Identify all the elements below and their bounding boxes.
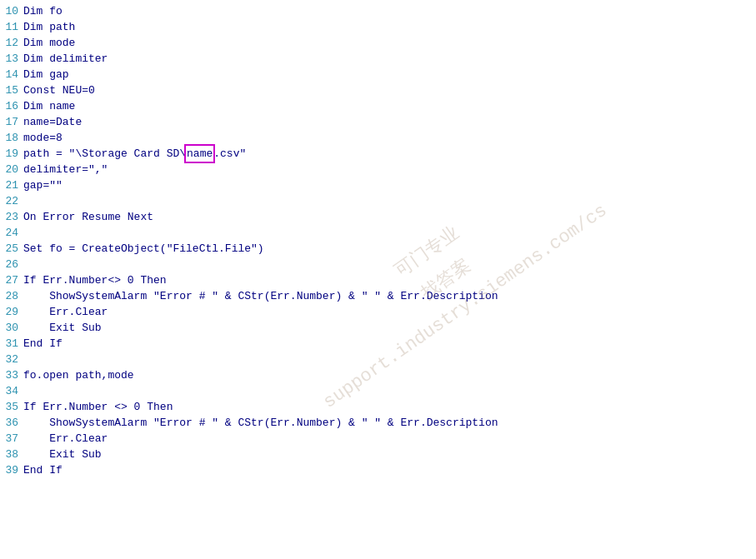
line-content: ShowSystemAlarm "Error # " & CStr(Err.Nu… [23, 288, 756, 304]
line-number: 30 [0, 320, 23, 336]
code-line: 15Const NEU=0 [0, 82, 756, 98]
line-content: Dim fo [23, 3, 756, 19]
line-content: name=Date [23, 114, 756, 130]
line-content: Dim delimiter [23, 51, 756, 67]
line-number: 36 [0, 415, 23, 431]
code-line: 26 [0, 257, 756, 272]
code-line: 10Dim fo [0, 3, 756, 19]
line-content: End If [23, 336, 756, 352]
code-line: 33fo.open path,mode [0, 367, 756, 383]
code-line: 36 ShowSystemAlarm "Error # " & CStr(Err… [0, 415, 756, 431]
line-number: 20 [0, 162, 23, 177]
code-line: 19path = "\Storage Card SD\name.csv" [0, 146, 756, 162]
line-number: 16 [0, 98, 23, 114]
code-line: 16Dim name [0, 98, 756, 114]
code-line: 35If Err.Number <> 0 Then [0, 399, 756, 415]
line-number: 38 [0, 447, 23, 462]
code-line: 24 [0, 225, 756, 241]
code-line: 29 Err.Clear [0, 304, 756, 320]
line-number: 28 [0, 288, 23, 304]
line-number: 19 [0, 146, 23, 162]
code-line: 32 [0, 352, 756, 367]
line-content: gap="" [23, 177, 756, 193]
line-number: 13 [0, 51, 23, 67]
code-line: 38 Exit Sub [0, 447, 756, 462]
line-content: End If [23, 462, 756, 478]
code-lines: 10Dim fo11Dim path12Dim mode13Dim delimi… [0, 3, 756, 478]
line-number: 21 [0, 177, 23, 193]
line-number: 29 [0, 304, 23, 320]
line-number: 39 [0, 462, 23, 478]
line-content: Dim path [23, 19, 756, 35]
line-content: Const NEU=0 [23, 82, 756, 98]
highlighted-variable: name [186, 146, 213, 162]
line-number: 26 [0, 257, 23, 272]
code-line: 18mode=8 [0, 130, 756, 146]
line-content: Dim gap [23, 67, 756, 82]
line-content: If Err.Number <> 0 Then [23, 399, 756, 415]
line-number: 14 [0, 67, 23, 82]
line-content: ShowSystemAlarm "Error # " & CStr(Err.Nu… [23, 415, 756, 431]
line-number: 22 [0, 193, 23, 209]
code-line: 28 ShowSystemAlarm "Error # " & CStr(Err… [0, 288, 756, 304]
code-line: 13Dim delimiter [0, 51, 756, 67]
line-number: 11 [0, 19, 23, 35]
line-number: 35 [0, 399, 23, 415]
line-content: If Err.Number<> 0 Then [23, 272, 756, 288]
line-number: 31 [0, 336, 23, 352]
line-content: Err.Clear [23, 304, 756, 320]
line-content: Set fo = CreateObject("FileCtl.File") [23, 241, 756, 257]
code-line: 27If Err.Number<> 0 Then [0, 272, 756, 288]
line-number: 17 [0, 114, 23, 130]
code-line: 11Dim path [0, 19, 756, 35]
code-line: 22 [0, 193, 756, 209]
line-content: fo.open path,mode [23, 367, 756, 383]
line-content: mode=8 [23, 130, 756, 146]
line-number: 27 [0, 272, 23, 288]
line-number: 15 [0, 82, 23, 98]
line-number: 32 [0, 352, 23, 367]
line-number: 25 [0, 241, 23, 257]
code-line: 21gap="" [0, 177, 756, 193]
line-content: Exit Sub [23, 447, 756, 462]
line-content: On Error Resume Next [23, 209, 756, 225]
code-line: 23On Error Resume Next [0, 209, 756, 225]
code-line: 31End If [0, 336, 756, 352]
line-number: 24 [0, 225, 23, 241]
code-line: 37 Err.Clear [0, 431, 756, 447]
line-number: 34 [0, 383, 23, 399]
line-content: path = "\Storage Card SD\name.csv" [23, 146, 756, 162]
code-line: 34 [0, 383, 756, 399]
line-content: Dim mode [23, 35, 756, 51]
code-line: 14Dim gap [0, 67, 756, 82]
line-number: 23 [0, 209, 23, 225]
code-line: 12Dim mode [0, 35, 756, 51]
line-number: 33 [0, 367, 23, 383]
code-line: 39End If [0, 462, 756, 478]
line-number: 10 [0, 3, 23, 19]
code-line: 20delimiter="," [0, 162, 756, 177]
code-editor: 10Dim fo11Dim path12Dim mode13Dim delimi… [0, 0, 756, 559]
code-line: 25Set fo = CreateObject("FileCtl.File") [0, 241, 756, 257]
line-number: 37 [0, 431, 23, 447]
code-line: 30 Exit Sub [0, 320, 756, 336]
line-content: Exit Sub [23, 320, 756, 336]
line-content: Err.Clear [23, 431, 756, 447]
line-content: Dim name [23, 98, 756, 114]
line-number: 18 [0, 130, 23, 146]
line-content: delimiter="," [23, 162, 756, 177]
line-number: 12 [0, 35, 23, 51]
code-line: 17name=Date [0, 114, 756, 130]
